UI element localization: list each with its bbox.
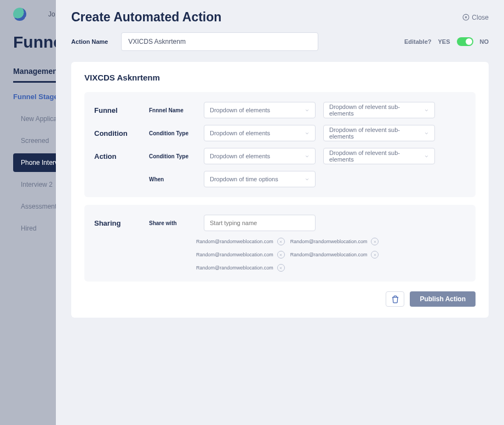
row-sublabel: Condition Type	[149, 153, 196, 159]
share-chip: Random@randomweblocation.com	[196, 251, 285, 259]
row-sublabel: Fnnnel Name	[149, 107, 196, 113]
row-sublabel: When	[149, 176, 196, 182]
dropdown-primary[interactable]: Dropdown of time options	[204, 171, 316, 187]
modal-create-action: Create Automated Action Close Action Nam…	[56, 0, 504, 425]
editable-yes: YES	[438, 38, 450, 45]
sharing-panel: Sharing Share with Random@randomweblocat…	[84, 205, 476, 282]
action-name-label: Action Name	[71, 38, 108, 45]
share-chip: Random@randomweblocation.com	[196, 238, 285, 245]
trash-icon	[391, 295, 399, 303]
dropdown-secondary[interactable]: Dropdown of relevent sub-elements	[323, 148, 435, 164]
share-chip: Random@randomweblocation.com	[290, 251, 379, 259]
nav-item: Jo	[48, 10, 55, 18]
share-chip: Random@randomweblocation.com	[196, 264, 285, 272]
sharing-label: Sharing	[94, 219, 141, 227]
editable-label: Editable?	[404, 38, 432, 45]
action-name-input[interactable]	[121, 32, 318, 51]
chip-remove[interactable]	[371, 251, 379, 259]
share-with-label: Share with	[149, 220, 196, 226]
dropdown-primary[interactable]: Dropdown of elements	[204, 125, 316, 141]
chevron-down-icon	[305, 177, 310, 182]
chevron-down-icon	[305, 108, 310, 113]
app-logo	[13, 8, 26, 21]
chip-remove[interactable]	[277, 238, 285, 245]
chip-remove[interactable]	[277, 251, 285, 259]
share-chip: Random@randomweblocation.com	[290, 238, 379, 245]
editable-toggle[interactable]	[457, 37, 473, 46]
publish-button[interactable]: Publish Action	[410, 291, 476, 307]
close-icon	[462, 14, 469, 21]
row-section: Action	[94, 152, 141, 160]
dropdown-secondary[interactable]: Dropdown of relevent sub-elements	[323, 125, 435, 141]
tab-management[interactable]: Management	[13, 61, 60, 83]
row-section: Funnel	[94, 106, 141, 114]
chevron-down-icon	[424, 154, 429, 159]
close-button[interactable]: Close	[462, 14, 489, 21]
editable-no: NO	[480, 38, 489, 45]
chevron-down-icon	[305, 154, 310, 159]
dropdown-primary[interactable]: Dropdown of elements	[204, 148, 316, 164]
modal-title: Create Automated Action	[71, 10, 221, 25]
chevron-down-icon	[305, 131, 310, 136]
chevron-down-icon	[424, 108, 429, 113]
chevron-down-icon	[424, 131, 429, 136]
delete-button[interactable]	[386, 291, 404, 307]
dropdown-secondary[interactable]: Dropdown of relevent sub-elements	[323, 102, 435, 118]
row-section: Condition	[94, 129, 141, 137]
chip-remove[interactable]	[371, 238, 379, 245]
dropdown-primary[interactable]: Dropdown of elements	[204, 102, 316, 118]
row-sublabel: Condition Type	[149, 130, 196, 136]
chip-remove[interactable]	[277, 264, 285, 272]
card-title: VIXCDS Asknrtenm	[84, 73, 476, 82]
share-with-input[interactable]	[204, 215, 316, 231]
config-panel: FunnelFnnnel NameDropdown of elementsDro…	[84, 92, 476, 197]
action-card: VIXCDS Asknrtenm FunnelFnnnel NameDropdo…	[71, 62, 489, 318]
